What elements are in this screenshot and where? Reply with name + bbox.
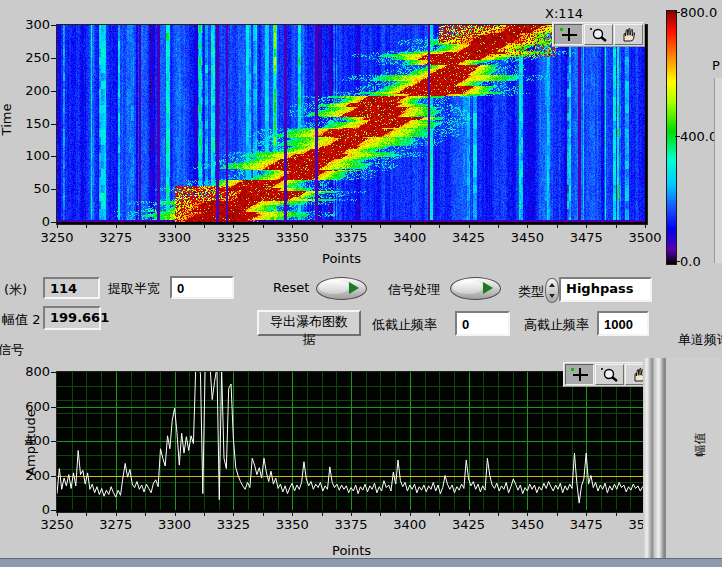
zoom-tool-button[interactable] [595,364,624,385]
waterfall-ylabel: Time [0,104,14,136]
cursor-readout: X:114 [545,6,583,21]
colorbar-mid-label: 400.0 [680,129,717,144]
green-arrow-icon [483,282,493,294]
half-width-input[interactable] [170,276,234,299]
x-tick-label: 3325 [211,517,255,532]
switch-knob [319,280,349,294]
x-tick-label: 3475 [564,517,608,532]
colorbar-min-label: 0.0 [680,254,701,269]
y-tick-label: 300 [16,17,50,32]
x-tick-label: 3450 [505,517,549,532]
signal-processing-switch[interactable] [450,277,501,300]
filter-type-label: 类型 [518,283,544,301]
y-tick-label: 50 [16,181,50,196]
signal-xlabel: Points [332,543,371,558]
y-tick-label: 800 [16,364,50,379]
reset-switch[interactable] [316,277,367,300]
offscreen-panel-edge [714,78,722,263]
waterfall-xlabel: Points [322,251,361,266]
distance-indicator: 114 [43,277,100,299]
x-tick-label: 3325 [211,230,255,245]
signal-section-label: 信号 [0,341,24,359]
waterfall-heatmap[interactable] [57,25,645,222]
magnifier-icon [589,27,609,42]
filter-type-ring[interactable]: Highpass [559,277,652,302]
colorbar-max-label: 800.0 [680,5,717,20]
cursor-tool-button[interactable] [565,364,594,385]
x-tick-label: 3350 [270,230,314,245]
window-bottom-strip [0,558,722,567]
export-waterfall-button[interactable]: 导出瀑布图数据 [257,310,361,336]
x-tick-label: 3250 [35,517,79,532]
x-tick-label: 3400 [388,230,432,245]
clipped-right-label: P [712,58,720,73]
rotated-amplitude-label: 幅值 [692,433,709,457]
decrement-arrow-icon [549,294,555,298]
x-tick-label: 3375 [329,517,373,532]
x-tick-label: 3275 [94,230,138,245]
y-tick-label: 600 [16,399,50,414]
x-tick-label: 3300 [153,517,197,532]
filter-type-spinner[interactable] [545,278,559,303]
increment-arrow-icon [549,283,555,287]
pan-tool-button[interactable] [614,24,643,45]
x-tick-label: 3300 [153,230,197,245]
x-tick-label: 3475 [564,230,608,245]
green-arrow-icon [349,282,359,294]
y-tick-label: 150 [16,116,50,131]
single-channel-spectrum-label: 单道频谱 [678,331,722,349]
x-tick-label: 3400 [388,517,432,532]
reset-label: Reset [273,280,309,295]
crosshair-icon [559,27,579,42]
high-cutoff-label: 高截止频率 [524,316,589,334]
panel-splitter [643,358,665,558]
high-cutoff-input[interactable] [597,311,649,336]
signal-waveform[interactable] [57,372,645,510]
switch-knob [453,280,483,294]
x-tick-label: 3375 [329,230,373,245]
y-tick-label: 250 [16,50,50,65]
cursor-tool-button[interactable] [554,24,583,45]
y-tick-label: 200 [16,468,50,483]
y-tick-label: 0 [16,502,50,517]
magnifier-icon [600,367,620,382]
y-tick-label: 400 [16,433,50,448]
crosshair-icon [570,367,590,382]
low-cutoff-label: 低截止频率 [372,316,437,334]
signal-plot-area[interactable] [56,371,648,513]
distance-label: (米) [4,281,27,299]
x-tick-label: 3500 [623,230,667,245]
zoom-tool-button[interactable] [584,24,613,45]
labview-front-panel: { "waterfall_plot": { "ylabel": "Time", … [0,0,722,567]
signal-processing-label: 信号处理 [388,281,440,299]
y-tick-label: 100 [16,148,50,163]
waterfall-plot-area[interactable] [56,24,648,225]
y-tick-label: 200 [16,83,50,98]
x-tick-label: 3275 [94,517,138,532]
color-scale-bar [666,10,677,265]
offscreen-right-panel: 幅值 [665,358,722,558]
hand-icon [619,27,639,42]
low-cutoff-input[interactable] [455,311,510,336]
y-tick-label: 0 [16,214,50,229]
half-width-label: 提取半宽 [108,280,160,298]
x-tick-label: 3425 [447,230,491,245]
x-tick-label: 3250 [35,230,79,245]
amplitude2-indicator: 199.661 [43,306,101,330]
x-tick-label: 3350 [270,517,314,532]
x-tick-label: 3425 [447,517,491,532]
x-tick-label: 3450 [505,230,549,245]
waterfall-graph-palette [552,22,645,47]
amplitude2-label: 幅值 2 [2,311,40,329]
